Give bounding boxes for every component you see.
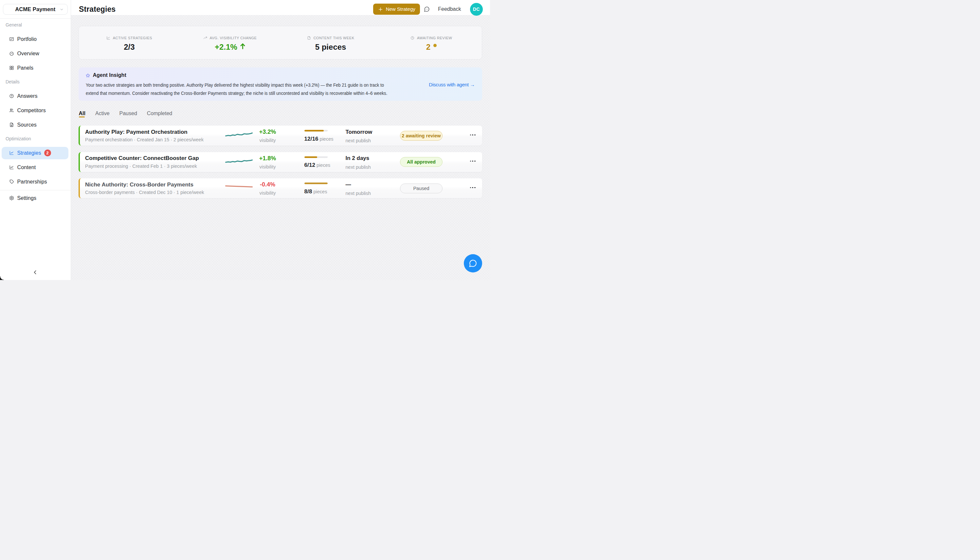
- next-publish-label: next publish: [346, 138, 391, 143]
- status-badge[interactable]: Paused: [400, 183, 442, 193]
- sidebar-item-strategies[interactable]: Strategies 2: [2, 147, 68, 159]
- discuss-with-agent-link[interactable]: Discuss with agent →: [429, 82, 475, 87]
- visibility-label: visibility: [251, 138, 284, 143]
- sidebar-item-partnerships[interactable]: Partnerships: [2, 176, 68, 188]
- section-label-optimization: Optimization: [2, 136, 68, 141]
- sidebar-item-label: Settings: [17, 195, 37, 201]
- strategy-row-niche-authority[interactable]: Niche Authority: Cross-Border Payments C…: [78, 178, 482, 198]
- sidebar-item-label: Portfolio: [17, 36, 37, 42]
- screen-corner: [0, 276, 4, 280]
- sidebar-item-label: Strategies: [17, 150, 41, 156]
- chart-square-icon: [9, 37, 14, 42]
- visibility-label: visibility: [251, 190, 284, 196]
- sidebar-item-panels[interactable]: Panels: [2, 62, 68, 74]
- sidebar-item-answers[interactable]: Answers: [2, 90, 68, 102]
- pieces-progress-bar: [304, 130, 328, 132]
- pieces-cell: 6/12 pieces: [304, 157, 336, 169]
- sidebar-divider: [0, 190, 71, 190]
- gauge-icon: [9, 51, 14, 56]
- stat-avg-visibility-change: AVG. VISIBILITY CHANGE +2.1%: [180, 26, 280, 59]
- sidebar-item-label: Panels: [17, 65, 34, 71]
- pieces-count: 8/8: [304, 188, 312, 195]
- chevron-down-icon: [60, 7, 64, 12]
- stat-label: ACTIVE STRATEGIES: [113, 36, 152, 40]
- section-label-details: Details: [2, 79, 68, 84]
- sidebar: ACME Payment General Portfolio Overview …: [0, 0, 71, 280]
- sidebar-collapse-button[interactable]: [31, 268, 40, 277]
- sidebar-item-label: Overview: [17, 51, 39, 57]
- pieces-label: pieces: [312, 189, 327, 194]
- visibility-sparkline: [225, 130, 253, 138]
- sidebar-item-label: Answers: [17, 93, 38, 99]
- feedback-button[interactable]: Feedback: [424, 6, 461, 12]
- pieces-progress-bar: [304, 183, 328, 184]
- stat-label: AVG. VISIBILITY CHANGE: [210, 36, 257, 40]
- sidebar-item-sources[interactable]: Sources: [2, 119, 68, 131]
- pieces-label: pieces: [315, 163, 330, 168]
- chat-bubble-icon: [469, 259, 477, 268]
- chart-line-icon: [9, 150, 14, 155]
- visibility-cell: +3.2% visibility: [251, 128, 284, 143]
- sidebar-item-settings[interactable]: Settings: [2, 192, 68, 205]
- tab-active[interactable]: Active: [95, 110, 110, 120]
- stats-bar: ACTIVE STRATEGIES 2/3 AVG. VISIBILITY CH…: [78, 26, 482, 60]
- pieces-cell: 12/16 pieces: [304, 130, 336, 142]
- stat-value: +2.1%: [215, 43, 245, 52]
- strategy-title: Authority Play: Payment Orchestration: [85, 129, 187, 135]
- strategies-count-badge: 2: [44, 150, 51, 157]
- arrow-up-icon: [240, 43, 245, 49]
- next-publish-label: next publish: [346, 165, 391, 170]
- status-badge[interactable]: 2 awaiting review: [400, 131, 442, 141]
- insight-body-line: extend that momentum. Consider reactivat…: [86, 89, 427, 97]
- stat-value: 2/3: [124, 43, 135, 52]
- chart-line-icon: [106, 36, 110, 40]
- status-badge[interactable]: All approved: [400, 157, 442, 167]
- visibility-cell: +1.8% visibility: [251, 155, 284, 170]
- row-menu-button[interactable]: [470, 161, 476, 162]
- next-publish-cell: Tomorrow next publish: [346, 129, 391, 143]
- new-strategy-button[interactable]: New Strategy: [373, 3, 420, 15]
- sidebar-item-overview[interactable]: Overview: [2, 47, 68, 60]
- tags-icon: [9, 179, 14, 184]
- strategy-row-authority-play[interactable]: Authority Play: Payment Orchestration Pa…: [78, 126, 482, 145]
- stat-value: 2: [426, 43, 437, 52]
- pieces-cell: 8/8 pieces: [304, 183, 336, 195]
- workspace-switcher[interactable]: ACME Payment: [3, 4, 68, 15]
- sidebar-item-competitors[interactable]: Competitors: [2, 104, 68, 117]
- plus-icon: [378, 7, 383, 12]
- sidebar-item-portfolio[interactable]: Portfolio: [2, 33, 68, 45]
- visibility-sparkline: [225, 157, 253, 164]
- chat-fab-button[interactable]: [464, 254, 482, 272]
- chart-line-icon: [9, 165, 14, 170]
- stat-awaiting-review: AWAITING REVIEW 2: [381, 26, 482, 59]
- users-icon: [9, 108, 14, 113]
- tab-paused[interactable]: Paused: [120, 110, 137, 120]
- next-publish-value: In 2 days: [346, 155, 391, 162]
- strategy-title: Competitive Counter: ConnectBooster Gap: [85, 155, 199, 162]
- tab-all[interactable]: All: [79, 110, 85, 120]
- pieces-label: pieces: [319, 137, 334, 142]
- main-area: Strategies New Strategy Feedback DC: [71, 0, 490, 280]
- agent-insight-panel: Agent Insight Your two active strategies…: [78, 67, 482, 101]
- avatar[interactable]: DC: [470, 3, 483, 16]
- sidebar-item-content[interactable]: Content: [2, 161, 68, 174]
- strategy-meta: Payment processing · Created Feb 1 · 3 p…: [85, 163, 197, 169]
- next-publish-value: —: [346, 182, 391, 188]
- row-menu-button[interactable]: [470, 135, 476, 135]
- sidebar-item-label: Partnerships: [17, 179, 47, 185]
- next-publish-cell: — next publish: [346, 182, 391, 196]
- row-menu-button[interactable]: [470, 187, 476, 188]
- strategy-list: Authority Play: Payment Orchestration Pa…: [78, 126, 482, 198]
- grid-icon: [9, 65, 14, 70]
- visibility-cell: -0.4% visibility: [251, 181, 284, 196]
- stat-content-this-week: CONTENT THIS WEEK 5 pieces: [280, 26, 381, 59]
- strategy-meta: Cross-border payments · Created Dec 10 ·…: [85, 190, 204, 195]
- tab-completed[interactable]: Completed: [147, 110, 172, 120]
- sidebar-item-label: Sources: [17, 122, 37, 128]
- visibility-change: +1.8%: [251, 155, 284, 162]
- workspace-name: ACME Payment: [15, 6, 55, 12]
- visibility-change: -0.4%: [251, 181, 284, 188]
- star-icon: [86, 73, 90, 78]
- pieces-count: 6/12: [304, 162, 316, 168]
- strategy-row-competitive-counter[interactable]: Competitive Counter: ConnectBooster Gap …: [78, 152, 482, 172]
